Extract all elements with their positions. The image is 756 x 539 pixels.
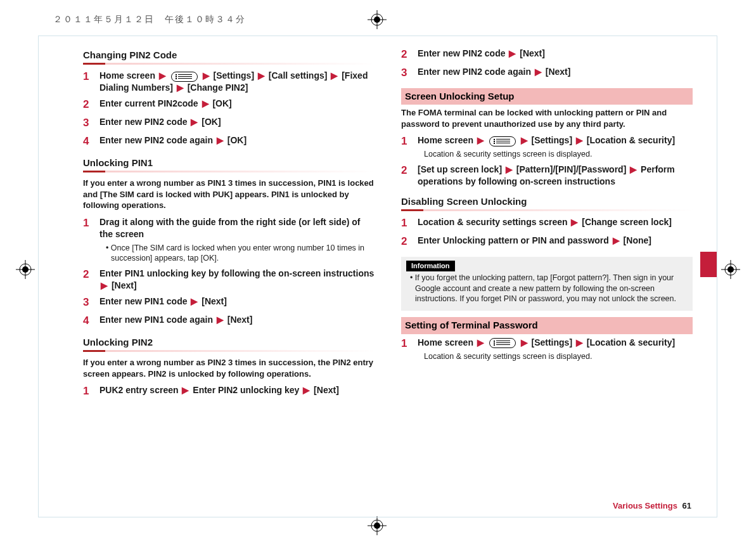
step-number: 3 (401, 66, 411, 81)
step-text: Enter new PIN2 code again ▶ [Next] (418, 66, 693, 81)
step-text: Location & security settings screen ▶ [C… (418, 216, 693, 231)
page-footer: Various Settings 61 (613, 500, 691, 512)
step-number: 3 (83, 295, 93, 310)
page-edge-tab (700, 252, 717, 277)
registration-mark-icon (368, 516, 387, 535)
page-frame: Changing PIN2 Code 1Home screen ▶ ▶ [Set… (38, 36, 717, 517)
menu-key-icon (489, 136, 516, 146)
step-text: Enter current PIN2code ▶ [OK] (99, 98, 375, 112)
section-terminal-password: Setting of Terminal Password (401, 317, 693, 334)
heading-rule (401, 209, 693, 211)
step-text: Home screen ▶ ▶ [Settings] ▶ [Location &… (418, 337, 693, 362)
intro-text: If you enter a wrong number as PIN2 3 ti… (83, 357, 375, 379)
step-number: 1 (401, 337, 411, 362)
heading-rule (83, 171, 375, 172)
step-number: 2 (401, 164, 411, 188)
step-subnote: • Once [The SIM card is locked when you … (99, 243, 375, 264)
step-text: Enter new PIN2 code ▶ [Next] (418, 48, 693, 62)
step-number: 1 (83, 216, 93, 264)
heading-changing-pin2: Changing PIN2 Code (83, 49, 375, 62)
step-text: Enter PIN1 unlocking key by following th… (99, 268, 375, 292)
footer-section: Various Settings (613, 501, 677, 510)
step-number: 2 (83, 268, 93, 292)
step-text: Home screen ▶ ▶ [Settings] ▶ [Call setti… (99, 70, 375, 94)
right-column: 2Enter new PIN2 code ▶ [Next] 3Enter new… (401, 48, 693, 510)
step-number: 3 (83, 116, 93, 131)
heading-rule (83, 63, 375, 65)
step-number: 2 (401, 235, 411, 249)
section-screen-unlocking: Screen Unlocking Setup (401, 88, 693, 105)
heading-unlocking-pin1: Unlocking PIN1 (83, 157, 375, 169)
header-timestamp: ２０１１年５月１２日 午後１０時３４分 (53, 14, 246, 25)
registration-mark-icon (721, 260, 740, 279)
heading-disabling-unlocking: Disabling Screen Unlocking (401, 195, 693, 208)
step-text: Home screen ▶ ▶ [Settings] ▶ [Location &… (418, 134, 693, 160)
menu-key-icon (171, 72, 198, 82)
steps-disabling-unlocking: 1Location & security settings screen ▶ [… (401, 216, 693, 249)
step-number: 1 (401, 134, 411, 160)
intro-text: If you enter a wrong number as PIN1 3 ti… (83, 178, 375, 211)
information-body: • If you forget the unlocking pattern, t… (406, 273, 688, 305)
step-subnote: Location & security settings screen is d… (418, 149, 693, 160)
left-column: Changing PIN2 Code 1Home screen ▶ ▶ [Set… (83, 48, 375, 510)
step-subnote: Location & security settings screen is d… (418, 351, 693, 362)
step-number: 1 (83, 384, 93, 399)
step-body-text: Drag it along with the guide from the ri… (99, 217, 360, 239)
information-box: Information • If you forget the unlockin… (401, 257, 693, 311)
step-text: PUK2 entry screen ▶ Enter PIN2 unlocking… (99, 384, 375, 399)
steps-screen-unlocking: 1Home screen ▶ ▶ [Settings] ▶ [Location … (401, 134, 693, 188)
step-text: Enter new PIN1 code again ▶ [Next] (99, 314, 375, 328)
step-number: 4 (83, 314, 93, 328)
intro-text: The FOMA terminal can be locked with unl… (401, 107, 693, 129)
step-text: Enter new PIN1 code ▶ [Next] (99, 295, 375, 310)
registration-mark-icon (16, 260, 35, 279)
step-text: Enter new PIN2 code ▶ [OK] (99, 116, 375, 131)
steps-changing-pin2: 1Home screen ▶ ▶ [Settings] ▶ [Call sett… (83, 70, 375, 149)
step-number: 1 (83, 70, 93, 94)
menu-key-icon (489, 338, 516, 348)
steps-unlocking-pin1: 1Drag it along with the guide from the r… (83, 216, 375, 328)
steps-unlocking-pin2: 1PUK2 entry screen ▶ Enter PIN2 unlockin… (83, 384, 375, 399)
information-label: Information (406, 261, 455, 271)
steps-terminal-password: 1Home screen ▶ ▶ [Settings] ▶ [Location … (401, 337, 693, 362)
step-text: Drag it along with the guide from the ri… (99, 216, 375, 264)
registration-mark-icon (368, 10, 387, 29)
step-number: 1 (401, 216, 411, 231)
step-text: Enter new PIN2 code again ▶ [OK] (99, 134, 375, 149)
step-number: 2 (83, 98, 93, 112)
step-number: 4 (83, 134, 93, 149)
footer-page-number: 61 (682, 501, 691, 510)
steps-unlocking-pin2-cont: 2Enter new PIN2 code ▶ [Next] 3Enter new… (401, 48, 693, 81)
step-number: 2 (401, 48, 411, 62)
heading-rule (83, 350, 375, 352)
step-text: Enter Unlocking pattern or PIN and passw… (418, 235, 693, 249)
step-text: [Set up screen lock] ▶ [Pattern]/[PIN]/[… (418, 164, 693, 188)
heading-unlocking-pin2: Unlocking PIN2 (83, 336, 375, 349)
